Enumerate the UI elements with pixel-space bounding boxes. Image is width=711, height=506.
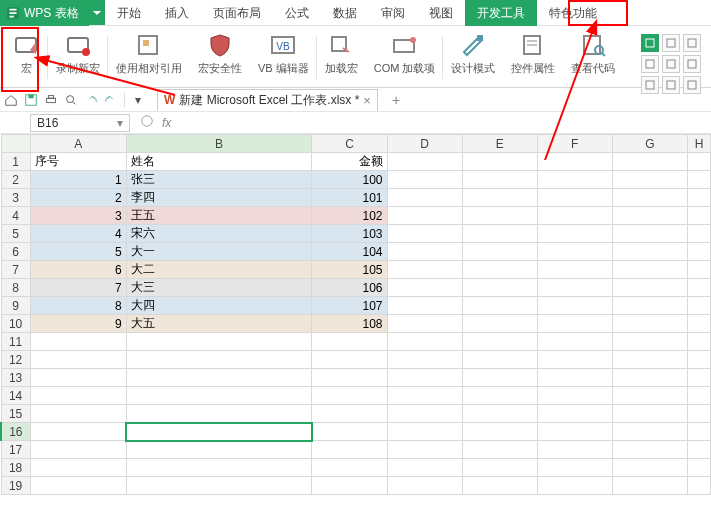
col-header-E[interactable]: E <box>462 135 537 153</box>
cell-G1[interactable] <box>612 153 687 171</box>
ribbon-macro-security[interactable]: 宏安全性 <box>190 30 250 87</box>
cell-C3[interactable]: 101 <box>312 189 387 207</box>
cell-H1[interactable] <box>687 153 710 171</box>
cell-A6[interactable]: 5 <box>30 243 126 261</box>
cell-F8[interactable] <box>537 279 612 297</box>
menu-视图[interactable]: 视图 <box>417 0 465 26</box>
cell-H15[interactable] <box>687 405 710 423</box>
redo-icon[interactable] <box>104 93 118 107</box>
ribbon-addins[interactable]: 加载宏 <box>317 30 366 87</box>
mini-control-c1[interactable] <box>641 76 659 94</box>
col-header-G[interactable]: G <box>612 135 687 153</box>
cell-A17[interactable] <box>30 441 126 459</box>
cell-F2[interactable] <box>537 171 612 189</box>
cell-A12[interactable] <box>30 351 126 369</box>
cell-C10[interactable]: 108 <box>312 315 387 333</box>
cell-F3[interactable] <box>537 189 612 207</box>
menu-开始[interactable]: 开始 <box>105 0 153 26</box>
cell-E16[interactable] <box>462 423 537 441</box>
cell-D19[interactable] <box>387 477 462 495</box>
cell-F12[interactable] <box>537 351 612 369</box>
cell-G16[interactable] <box>612 423 687 441</box>
cell-G19[interactable] <box>612 477 687 495</box>
cell-A2[interactable]: 1 <box>30 171 126 189</box>
cell-D3[interactable] <box>387 189 462 207</box>
cell-A3[interactable]: 2 <box>30 189 126 207</box>
menu-开发工具[interactable]: 开发工具 <box>465 0 537 26</box>
row-header-11[interactable]: 11 <box>1 333 30 351</box>
cell-A14[interactable] <box>30 387 126 405</box>
row-header-3[interactable]: 3 <box>1 189 30 207</box>
cell-E11[interactable] <box>462 333 537 351</box>
chevron-down-icon[interactable]: ▾ <box>131 93 145 107</box>
cell-G11[interactable] <box>612 333 687 351</box>
cell-C2[interactable]: 100 <box>312 171 387 189</box>
cell-G14[interactable] <box>612 387 687 405</box>
cell-G2[interactable] <box>612 171 687 189</box>
cell-A1[interactable]: 序号 <box>30 153 126 171</box>
menu-公式[interactable]: 公式 <box>273 0 321 26</box>
cell-F4[interactable] <box>537 207 612 225</box>
cell-C1[interactable]: 金额 <box>312 153 387 171</box>
cell-F6[interactable] <box>537 243 612 261</box>
ribbon-record-macro[interactable]: 录制新宏 <box>48 30 108 87</box>
cell-F9[interactable] <box>537 297 612 315</box>
cell-B19[interactable] <box>126 477 312 495</box>
row-header-18[interactable]: 18 <box>1 459 30 477</box>
cell-E15[interactable] <box>462 405 537 423</box>
cell-D9[interactable] <box>387 297 462 315</box>
mini-control-b2[interactable] <box>662 55 680 73</box>
cell-D14[interactable] <box>387 387 462 405</box>
cell-D15[interactable] <box>387 405 462 423</box>
col-header-H[interactable]: H <box>687 135 710 153</box>
cell-H14[interactable] <box>687 387 710 405</box>
cell-C8[interactable]: 106 <box>312 279 387 297</box>
cell-B1[interactable]: 姓名 <box>126 153 312 171</box>
cell-H5[interactable] <box>687 225 710 243</box>
file-tab[interactable]: W 新建 Microsoft Excel 工作表.xlsx * × <box>157 89 378 111</box>
cell-H2[interactable] <box>687 171 710 189</box>
cell-E8[interactable] <box>462 279 537 297</box>
cell-C12[interactable] <box>312 351 387 369</box>
cell-A19[interactable] <box>30 477 126 495</box>
cell-G12[interactable] <box>612 351 687 369</box>
cell-F18[interactable] <box>537 459 612 477</box>
cell-H19[interactable] <box>687 477 710 495</box>
cell-E19[interactable] <box>462 477 537 495</box>
cell-D11[interactable] <box>387 333 462 351</box>
cell-D5[interactable] <box>387 225 462 243</box>
cell-E4[interactable] <box>462 207 537 225</box>
row-header-1[interactable]: 1 <box>1 153 30 171</box>
cell-H6[interactable] <box>687 243 710 261</box>
cell-C17[interactable] <box>312 441 387 459</box>
ribbon-design-mode[interactable]: 设计模式 <box>443 30 503 87</box>
cell-B9[interactable]: 大四 <box>126 297 312 315</box>
cell-B17[interactable] <box>126 441 312 459</box>
cell-C6[interactable]: 104 <box>312 243 387 261</box>
fx-helper-icon[interactable] <box>140 114 154 131</box>
cell-G6[interactable] <box>612 243 687 261</box>
row-header-6[interactable]: 6 <box>1 243 30 261</box>
menu-审阅[interactable]: 审阅 <box>369 0 417 26</box>
cell-E7[interactable] <box>462 261 537 279</box>
cell-B7[interactable]: 大二 <box>126 261 312 279</box>
home-icon[interactable] <box>4 93 18 107</box>
ribbon-macro[interactable]: 宏 <box>4 30 48 87</box>
row-header-17[interactable]: 17 <box>1 441 30 459</box>
row-header-2[interactable]: 2 <box>1 171 30 189</box>
cell-B3[interactable]: 李四 <box>126 189 312 207</box>
ribbon-relative-ref[interactable]: 使用相对引用 <box>108 30 190 87</box>
cell-F7[interactable] <box>537 261 612 279</box>
cell-C9[interactable]: 107 <box>312 297 387 315</box>
cell-C4[interactable]: 102 <box>312 207 387 225</box>
menu-页面布局[interactable]: 页面布局 <box>201 0 273 26</box>
row-header-5[interactable]: 5 <box>1 225 30 243</box>
close-icon[interactable]: × <box>363 93 371 108</box>
cell-H11[interactable] <box>687 333 710 351</box>
cell-B4[interactable]: 王五 <box>126 207 312 225</box>
cell-F17[interactable] <box>537 441 612 459</box>
cell-C15[interactable] <box>312 405 387 423</box>
col-header-F[interactable]: F <box>537 135 612 153</box>
ribbon-ctrl-props[interactable]: 控件属性 <box>503 30 563 87</box>
mini-control-b1[interactable] <box>641 55 659 73</box>
